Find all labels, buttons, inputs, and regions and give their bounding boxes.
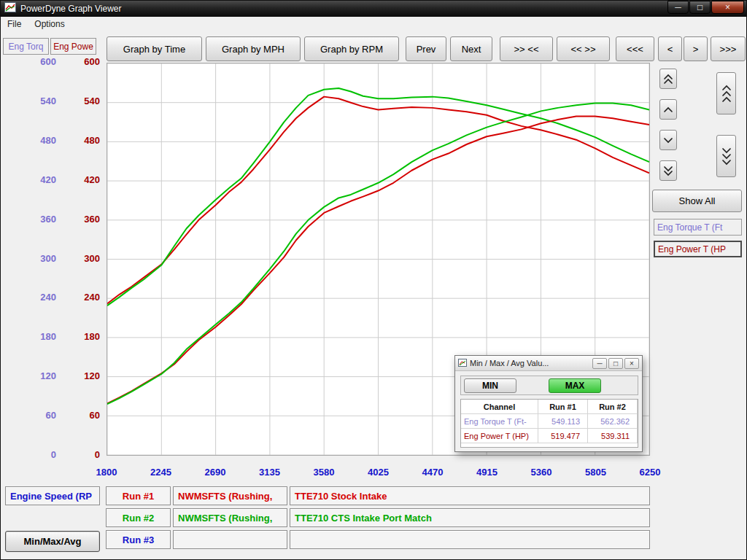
y-tick-label-power: 360 xyxy=(66,214,100,225)
run2-info: NWMSFTS (Rushing, xyxy=(173,508,287,527)
minmax-close-button[interactable]: × xyxy=(624,358,639,369)
x-tick-label: 3135 xyxy=(247,467,293,478)
y-scroll-double-up-button[interactable] xyxy=(659,69,677,89)
minmax-window: Min / Max / Avg Valu... ─ □ × MIN MAX Ch… xyxy=(454,355,643,452)
minimize-button[interactable]: ─ xyxy=(667,1,689,14)
x-tick-label: 2690 xyxy=(192,467,239,478)
y-tick-label-power: 300 xyxy=(66,253,100,264)
prev-button[interactable]: Prev xyxy=(406,36,446,61)
close-button[interactable]: × xyxy=(711,1,744,14)
channel-cell: Eng Torque T (Ft- xyxy=(461,414,538,429)
x-tick-label: 5360 xyxy=(518,467,565,478)
x-tick-label: 2245 xyxy=(138,467,185,478)
x-tick-label: 5805 xyxy=(573,467,619,478)
y-tick-label-power: 420 xyxy=(66,174,100,185)
show-all-button[interactable]: Show All xyxy=(652,190,742,212)
value-cell: 562.362 xyxy=(588,414,638,429)
y-tick-label-torque: 60 xyxy=(23,410,56,421)
minmax-window-title: Min / Max / Avg Valu... xyxy=(470,359,591,368)
menu-file[interactable]: File xyxy=(1,18,28,31)
y-tick-label-power: 180 xyxy=(66,331,100,342)
y-tick-label-power: 480 xyxy=(66,135,100,146)
y-tick-label-power: 600 xyxy=(66,56,100,67)
y-tick-label-torque: 0 xyxy=(23,449,56,460)
y-tick-label-torque: 120 xyxy=(23,370,56,381)
maximize-button[interactable]: □ xyxy=(689,1,711,14)
zoom-in-x-button[interactable]: >> << xyxy=(500,36,553,61)
max-toggle-button[interactable]: MAX xyxy=(549,378,601,393)
y-scroll-up-button[interactable] xyxy=(659,99,677,120)
x-tick-label: 1800 xyxy=(83,467,130,478)
scroll-right-button[interactable]: > xyxy=(684,36,708,61)
legend-eng-power[interactable]: Eng Power T (HP xyxy=(654,241,742,257)
channel-cell: Eng Power T (HP) xyxy=(461,429,538,443)
scroll-far-left-button[interactable]: <<< xyxy=(616,36,654,61)
value-cell: 539.311 xyxy=(588,429,638,443)
minmax-restore-button[interactable]: □ xyxy=(608,358,623,369)
y-zoom-down-button[interactable] xyxy=(716,135,736,177)
x-tick-label: 4025 xyxy=(355,467,402,478)
y-tick-label-torque: 180 xyxy=(23,331,56,342)
scroll-left-button[interactable]: < xyxy=(658,36,682,61)
y-tick-label-torque: 300 xyxy=(23,253,56,264)
app-icon xyxy=(4,2,16,15)
y-tick-label-torque: 600 xyxy=(23,56,56,67)
y-tick-label-torque: 480 xyxy=(23,135,56,146)
column-channel: Channel xyxy=(461,400,538,414)
minmax-titlebar[interactable]: Min / Max / Avg Valu... ─ □ × xyxy=(455,356,642,371)
value-cell: 519.477 xyxy=(538,429,588,443)
y-tick-label-power: 120 xyxy=(66,370,100,381)
y-tick-label-torque: 540 xyxy=(23,96,56,106)
column-run1: Run #1 xyxy=(538,400,588,414)
titlebar: PowerDyne Graph Viewer ─ □ × xyxy=(1,1,746,17)
zoom-out-x-button[interactable]: << >> xyxy=(557,36,610,61)
run1-description: TTE710 Stock Intake xyxy=(290,486,650,505)
run1-label: Run #1 xyxy=(106,486,171,505)
y-tick-label-power: 540 xyxy=(66,96,100,106)
scroll-far-right-button[interactable]: >>> xyxy=(711,36,746,61)
x-tick-label: 6250 xyxy=(627,467,673,478)
column-run2: Run #2 xyxy=(588,400,638,414)
run3-info xyxy=(173,530,287,549)
minmax-table: Channel Run #1 Run #2 Eng Torque T (Ft- … xyxy=(460,399,638,448)
window-title: PowerDyne Graph Viewer xyxy=(20,4,122,14)
x-axis-channel-button[interactable]: Engine Speed (RP xyxy=(5,486,100,505)
run2-description: TTE710 CTS Intake Port Match xyxy=(290,508,650,527)
menubar: File Options xyxy=(1,17,746,31)
value-cell: 549.113 xyxy=(538,414,588,429)
y-tick-label-torque: 420 xyxy=(23,174,56,185)
menu-options[interactable]: Options xyxy=(28,18,71,31)
y-scroll-down-button[interactable] xyxy=(659,130,677,150)
next-button[interactable]: Next xyxy=(450,36,492,61)
y-tick-label-torque: 360 xyxy=(23,214,56,225)
tab-eng-power[interactable]: Eng Powe xyxy=(50,38,96,55)
y-scroll-double-down-button[interactable] xyxy=(659,160,677,181)
y-tick-label-power: 240 xyxy=(66,292,100,303)
y-tick-label-power: 0 xyxy=(66,449,100,460)
table-row: Eng Power T (HP) 519.477 539.311 xyxy=(461,429,638,443)
y-tick-label-torque: 240 xyxy=(23,292,56,303)
app-window: PowerDyne Graph Viewer ─ □ × File Option… xyxy=(0,0,747,560)
y-tick-label-power: 60 xyxy=(66,410,100,421)
y-zoom-up-button[interactable] xyxy=(716,72,736,114)
min-toggle-button[interactable]: MIN xyxy=(464,378,516,393)
minmax-table-header: Channel Run #1 Run #2 xyxy=(461,400,638,414)
graph-by-time-button[interactable]: Graph by Time xyxy=(107,36,202,61)
minmax-avg-button[interactable]: Min/Max/Avg xyxy=(5,531,100,552)
minmax-window-icon xyxy=(458,359,467,368)
legend-eng-torque[interactable]: Eng Torque T (Ft xyxy=(654,219,742,236)
run1-info: NWMSFTS (Rushing, xyxy=(173,486,287,505)
x-tick-label: 4915 xyxy=(464,467,511,478)
graph-by-mph-button[interactable]: Graph by MPH xyxy=(206,36,301,61)
x-tick-label: 3580 xyxy=(301,467,347,478)
minmax-minimize-button[interactable]: ─ xyxy=(592,358,607,369)
run2-label: Run #2 xyxy=(106,508,171,527)
run3-label: Run #3 xyxy=(106,530,171,549)
run3-description xyxy=(290,530,650,549)
table-row: Eng Torque T (Ft- 549.113 562.362 xyxy=(461,414,638,429)
graph-by-rpm-button[interactable]: Graph by RPM xyxy=(304,36,399,61)
x-tick-label: 4470 xyxy=(409,467,456,478)
tab-eng-torque[interactable]: Eng Torq xyxy=(3,38,49,55)
